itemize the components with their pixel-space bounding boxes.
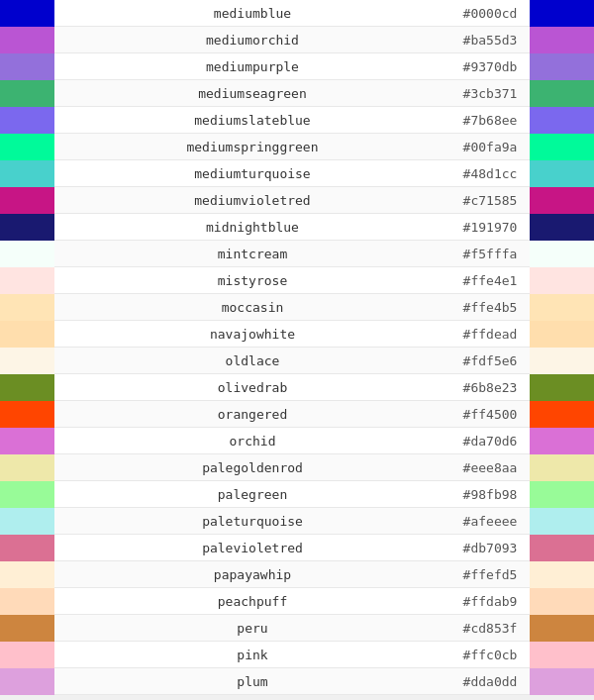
swatch-right: [530, 53, 594, 80]
table-row: papayawhip#ffefd5: [0, 561, 594, 588]
swatch-right: [530, 321, 594, 348]
table-row: mediumseagreen#3cb371: [0, 80, 594, 107]
color-hex: #ffe4b5: [450, 300, 530, 315]
table-row: mediumpurple#9370db: [0, 53, 594, 80]
table-row: palevioletred#db7093: [0, 535, 594, 561]
swatch-right: [530, 642, 594, 668]
table-row: moccasin#ffe4b5: [0, 294, 594, 321]
swatch-right: [530, 107, 594, 134]
color-name: peachpuff: [54, 594, 450, 609]
swatch-right: [530, 134, 594, 160]
swatch-right: [530, 241, 594, 267]
swatch-right: [530, 80, 594, 107]
color-name: plum: [54, 674, 450, 689]
color-name: papayawhip: [54, 567, 450, 582]
color-hex: #7b68ee: [450, 113, 530, 128]
swatch-left: [0, 401, 54, 428]
swatch-right: [530, 588, 594, 615]
table-row: mistyrose#ffe4e1: [0, 267, 594, 294]
color-hex: #cd853f: [450, 621, 530, 636]
swatch-right: [530, 187, 594, 214]
swatch-left: [0, 187, 54, 214]
table-row: orangered#ff4500: [0, 401, 594, 428]
table-row: palegoldenrod#eee8aa: [0, 454, 594, 481]
table-row: peachpuff#ffdab9: [0, 588, 594, 615]
swatch-left: [0, 267, 54, 294]
table-row: palegreen#98fb98: [0, 481, 594, 508]
color-hex: #ffc0cb: [450, 648, 530, 662]
color-name: mintcream: [54, 247, 450, 261]
table-row: olivedrab#6b8e23: [0, 374, 594, 401]
swatch-left: [0, 294, 54, 321]
color-hex: #eee8aa: [450, 460, 530, 475]
color-hex: #00fa9a: [450, 140, 530, 154]
color-name: navajowhite: [54, 327, 450, 342]
swatch-left: [0, 348, 54, 374]
table-row: mediumslateblue#7b68ee: [0, 107, 594, 134]
color-name: mediumpurple: [54, 59, 450, 74]
swatch-right: [530, 668, 594, 695]
swatch-left: [0, 642, 54, 668]
table-row: peru#cd853f: [0, 615, 594, 642]
swatch-left: [0, 27, 54, 53]
table-row: mediumturquoise#48d1cc: [0, 160, 594, 187]
color-hex: #c71585: [450, 193, 530, 208]
color-name: pink: [54, 648, 450, 662]
color-name: mistyrose: [54, 273, 450, 288]
swatch-left: [0, 481, 54, 508]
swatch-right: [530, 428, 594, 454]
color-name: peru: [54, 621, 450, 636]
swatch-left: [0, 374, 54, 401]
table-row: mintcream#f5fffa: [0, 241, 594, 267]
color-hex: #9370db: [450, 59, 530, 74]
swatch-left: [0, 561, 54, 588]
table-row: plum#dda0dd: [0, 668, 594, 695]
color-name: paleturquoise: [54, 514, 450, 529]
color-name: palevioletred: [54, 541, 450, 555]
swatch-right: [530, 294, 594, 321]
color-hex: #3cb371: [450, 86, 530, 101]
swatch-left: [0, 241, 54, 267]
color-name: mediumorchid: [54, 33, 450, 48]
table-row: navajowhite#ffdead: [0, 321, 594, 348]
swatch-left: [0, 80, 54, 107]
swatch-right: [530, 267, 594, 294]
swatch-left: [0, 134, 54, 160]
swatch-right: [530, 508, 594, 535]
swatch-right: [530, 0, 594, 27]
color-hex: #ff4500: [450, 407, 530, 422]
color-name: olivedrab: [54, 380, 450, 395]
table-row: mediumspringgreen#00fa9a: [0, 134, 594, 160]
swatch-left: [0, 588, 54, 615]
color-name: mediumvioletred: [54, 193, 450, 208]
color-hex: #ffdead: [450, 327, 530, 342]
swatch-left: [0, 214, 54, 241]
swatch-left: [0, 53, 54, 80]
swatch-right: [530, 454, 594, 481]
color-name: orchid: [54, 434, 450, 449]
color-hex: #0000cd: [450, 6, 530, 21]
color-name: palegoldenrod: [54, 460, 450, 475]
color-name: moccasin: [54, 300, 450, 315]
color-hex: #fdf5e6: [450, 353, 530, 368]
swatch-left: [0, 668, 54, 695]
table-row: mediumorchid#ba55d3: [0, 27, 594, 53]
swatch-left: [0, 0, 54, 27]
color-hex: #ffe4e1: [450, 273, 530, 288]
color-name: mediumturquoise: [54, 166, 450, 181]
swatch-right: [530, 27, 594, 53]
table-row: pink#ffc0cb: [0, 642, 594, 668]
color-hex: #48d1cc: [450, 166, 530, 181]
table-row: orchid#da70d6: [0, 428, 594, 454]
swatch-left: [0, 160, 54, 187]
table-row: midnightblue#191970: [0, 214, 594, 241]
swatch-right: [530, 535, 594, 561]
color-hex: #da70d6: [450, 434, 530, 449]
color-name: mediumspringgreen: [54, 140, 450, 154]
swatch-left: [0, 535, 54, 561]
color-table: mediumblue#0000cdmediumorchid#ba55d3medi…: [0, 0, 594, 695]
swatch-right: [530, 561, 594, 588]
color-hex: #dda0dd: [450, 674, 530, 689]
color-name: palegreen: [54, 487, 450, 502]
swatch-left: [0, 107, 54, 134]
